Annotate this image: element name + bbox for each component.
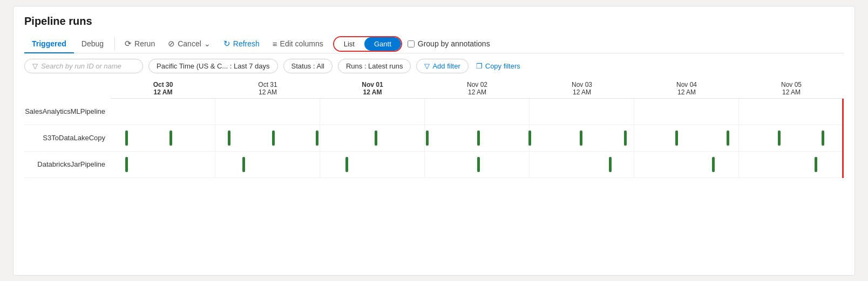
- add-filter-icon: ▽: [424, 62, 430, 70]
- page-title: Pipeline runs: [24, 15, 844, 28]
- gantt-bar: [125, 131, 128, 146]
- gantt-bar: [228, 131, 230, 146]
- gantt-bar: [675, 131, 678, 146]
- rerun-icon: ⟳: [125, 39, 132, 49]
- gantt-row: S3ToDataLakeCopy: [24, 125, 844, 152]
- current-time-marker: [842, 99, 844, 178]
- copy-icon: ❐: [476, 62, 483, 70]
- group-by-annotations: Group by annotations: [408, 39, 490, 48]
- gantt-body: SalesAnalyticsMLPipelineS3ToDataLakeCopy…: [24, 99, 844, 178]
- search-filter[interactable]: ▽ Search by run ID or name: [24, 59, 143, 73]
- gantt-bar: [580, 131, 582, 146]
- gantt-header: Oct 3012 AMOct 3112 AMNov 0112 AMNov 021…: [111, 81, 844, 99]
- gantt-row-content: [111, 125, 844, 151]
- gantt-col-header: Nov 0512 AM: [739, 81, 844, 96]
- gantt-col-header: Nov 0312 AM: [530, 81, 634, 96]
- list-view-button[interactable]: List: [334, 37, 364, 51]
- gantt-bar: [272, 131, 275, 146]
- gantt-col-header: Nov 0112 AM: [320, 81, 425, 96]
- pipeline-runs-container: Pipeline runs Triggered Debug ⟳ Rerun ⊘ …: [13, 6, 855, 276]
- tabs-toolbar: Triggered Debug ⟳ Rerun ⊘ Cancel ⌄ ↻ Ref…: [24, 35, 844, 53]
- rerun-button[interactable]: ⟳ Rerun: [118, 36, 161, 52]
- view-toggle: List Gantt: [333, 36, 402, 52]
- cancel-icon: ⊘: [168, 39, 175, 49]
- gantt-bar: [727, 131, 729, 146]
- gantt-col-header: Oct 3012 AM: [111, 81, 215, 96]
- gantt-bar: [712, 157, 715, 172]
- status-filter-chip[interactable]: Status : All: [283, 59, 333, 73]
- group-by-checkbox[interactable]: [408, 40, 415, 47]
- gantt-bar: [822, 131, 824, 146]
- cancel-dropdown-icon: ⌄: [204, 39, 211, 48]
- gantt-bar: [316, 131, 318, 146]
- gantt-row-label: S3ToDataLakeCopy: [24, 134, 111, 142]
- group-by-label: Group by annotations: [418, 39, 490, 48]
- gantt-row-content: [111, 99, 844, 125]
- gantt-col-header: Oct 3112 AM: [215, 81, 320, 96]
- gantt-row-label: SalesAnalyticsMLPipeline: [24, 107, 111, 115]
- gantt-bar: [345, 157, 348, 172]
- gantt-bar: [528, 131, 531, 146]
- search-placeholder: Search by run ID or name: [41, 62, 121, 70]
- gantt-row-content: [111, 152, 844, 177]
- refresh-icon: ↻: [223, 39, 230, 49]
- gantt-row: DatabricksJarPipeline: [24, 152, 844, 178]
- refresh-button[interactable]: ↻ Refresh: [217, 36, 266, 52]
- gantt-bar: [125, 157, 128, 172]
- gantt-bar: [609, 157, 612, 172]
- tab-debug[interactable]: Debug: [74, 35, 111, 53]
- divider-1: [114, 37, 115, 50]
- filter-row: ▽ Search by run ID or name Pacific Time …: [24, 59, 844, 73]
- gantt-bar: [242, 157, 245, 172]
- gantt-bar: [169, 131, 172, 146]
- columns-icon: ≡: [273, 39, 277, 49]
- gantt-bar: [375, 131, 377, 146]
- edit-columns-button[interactable]: ≡ Edit columns: [266, 36, 330, 52]
- gantt-bar: [477, 131, 480, 146]
- gantt-bar: [426, 131, 429, 146]
- gantt-bar: [815, 157, 817, 172]
- runs-filter-chip[interactable]: Runs : Latest runs: [338, 59, 411, 73]
- gantt-row: SalesAnalyticsMLPipeline: [24, 99, 844, 125]
- gantt-chart: Oct 3012 AMOct 3112 AMNov 0112 AMNov 021…: [24, 81, 844, 178]
- add-filter-button[interactable]: ▽ Add filter: [416, 59, 468, 73]
- tab-triggered[interactable]: Triggered: [24, 35, 74, 53]
- cancel-button[interactable]: ⊘ Cancel ⌄: [161, 36, 217, 52]
- gantt-col-header: Nov 0412 AM: [634, 81, 739, 96]
- filter-search-icon: ▽: [32, 62, 38, 70]
- time-filter-chip[interactable]: Pacific Time (US & C... : Last 7 days: [148, 59, 278, 73]
- gantt-bar: [624, 131, 627, 146]
- copy-filters-button[interactable]: ❐ Copy filters: [476, 62, 520, 70]
- gantt-bar: [477, 157, 480, 172]
- gantt-grid: [111, 99, 844, 125]
- gantt-row-label: DatabricksJarPipeline: [24, 160, 111, 168]
- gantt-view-button[interactable]: Gantt: [364, 37, 401, 51]
- gantt-bar: [778, 131, 781, 146]
- gantt-col-header: Nov 0212 AM: [425, 81, 530, 96]
